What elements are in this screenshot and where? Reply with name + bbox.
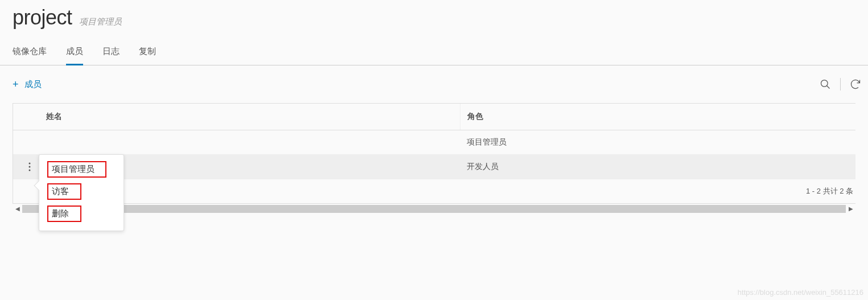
- table-header: 姓名 角色: [13, 104, 855, 130]
- svg-point-0: [821, 80, 828, 87]
- table-row[interactable]: 开发人员: [13, 155, 855, 179]
- row-name-cell: [46, 135, 460, 149]
- plus-icon: +: [13, 79, 19, 89]
- column-actions: [13, 104, 46, 130]
- tab-members[interactable]: 成员: [66, 46, 83, 65]
- tab-repositories[interactable]: 镜像仓库: [13, 46, 47, 65]
- row-role-cell: 项目管理员: [460, 130, 855, 154]
- scroll-track[interactable]: [22, 205, 846, 213]
- members-table: 姓名 角色 项目管理员 开发人员 1 - 2 共计 2 条: [13, 103, 855, 204]
- tab-bar: 镜像仓库 成员 日志 复制: [0, 30, 868, 65]
- page-header: project 项目管理员: [0, 0, 868, 30]
- tab-replication[interactable]: 复制: [139, 46, 156, 65]
- svg-point-4: [29, 170, 31, 171]
- column-name[interactable]: 姓名: [46, 104, 460, 130]
- action-icons: [820, 78, 861, 91]
- row-context-menu: 项目管理员 访客 删除: [39, 154, 124, 231]
- tab-logs[interactable]: 日志: [102, 46, 120, 65]
- row-role-cell: 开发人员: [460, 155, 855, 179]
- scroll-right-icon[interactable]: ▶: [846, 204, 855, 213]
- page-title: project: [13, 6, 72, 30]
- action-bar: + 成员: [0, 65, 868, 103]
- search-icon[interactable]: [820, 79, 831, 90]
- menu-item-guest[interactable]: 访客: [47, 183, 81, 200]
- watermark: https://blog.csdn.net/weixin_55611216: [738, 288, 863, 297]
- column-role[interactable]: 角色: [460, 104, 855, 130]
- table-footer: 1 - 2 共计 2 条: [13, 179, 855, 203]
- menu-item-project-admin[interactable]: 项目管理员: [47, 161, 106, 178]
- page-subtitle: 项目管理员: [79, 17, 122, 27]
- add-member-label: 成员: [24, 79, 42, 90]
- refresh-icon[interactable]: [850, 79, 861, 90]
- svg-point-2: [29, 163, 31, 165]
- svg-point-3: [29, 166, 31, 168]
- pagination-summary: 1 - 2 共计 2 条: [806, 186, 853, 196]
- add-member-button[interactable]: + 成员: [13, 79, 42, 90]
- svg-line-1: [827, 86, 830, 89]
- table-row[interactable]: 项目管理员: [13, 130, 855, 155]
- icon-divider: [840, 78, 841, 91]
- menu-item-delete[interactable]: 删除: [47, 206, 81, 222]
- horizontal-scrollbar[interactable]: ◀ ▶: [13, 204, 855, 213]
- scroll-left-icon[interactable]: ◀: [13, 204, 22, 213]
- row-menu-button[interactable]: [23, 160, 36, 174]
